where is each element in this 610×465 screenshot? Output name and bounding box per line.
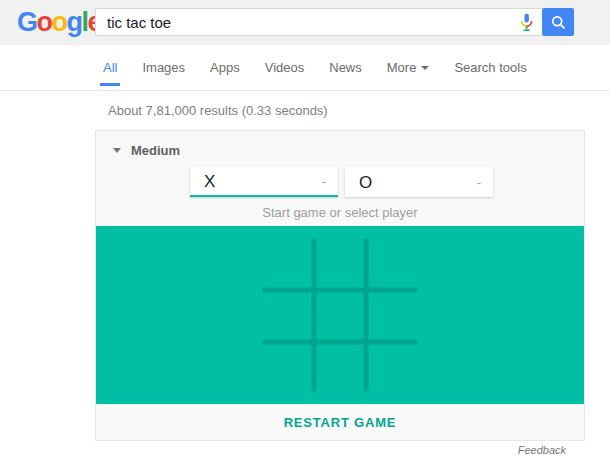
player-o-symbol: O <box>359 174 372 191</box>
board-cell-4[interactable] <box>263 290 315 341</box>
search-header: Google <box>0 0 610 45</box>
active-tab-underline <box>100 83 120 86</box>
feedback-link[interactable]: Feedback <box>95 444 585 456</box>
restart-bar: RESTART GAME <box>96 404 584 440</box>
restart-game-button[interactable]: RESTART GAME <box>284 415 397 430</box>
logo-letter: g <box>67 6 82 38</box>
board-cell-5[interactable] <box>314 290 366 341</box>
board-cell-7[interactable] <box>263 341 315 392</box>
logo-letter: G <box>17 6 37 38</box>
tab-label: Apps <box>210 60 240 75</box>
tab-videos[interactable]: Videos <box>265 45 305 90</box>
board-cells <box>263 239 418 392</box>
board-grid <box>263 239 418 392</box>
difficulty-label: Medium <box>131 143 180 158</box>
player-x-card[interactable]: X - <box>190 167 338 197</box>
logo-letter: o <box>37 6 52 38</box>
board-cell-6[interactable] <box>366 290 418 341</box>
search-button[interactable] <box>542 8 574 36</box>
caret-down-icon <box>113 148 121 153</box>
logo-letter: o <box>52 6 67 38</box>
tab-label: All <box>103 60 117 75</box>
search-bar <box>95 8 542 36</box>
player-o-score: - <box>477 176 481 189</box>
player-x-symbol: X <box>204 173 215 190</box>
game-board <box>96 226 584 404</box>
tab-label: More <box>387 60 417 75</box>
difficulty-dropdown[interactable]: Medium <box>113 142 180 158</box>
tab-images[interactable]: Images <box>142 45 185 90</box>
microphone-icon[interactable] <box>518 13 535 32</box>
player-o-card[interactable]: O - <box>345 167 493 197</box>
player-x-score: - <box>322 175 326 188</box>
tab-label: Images <box>142 60 185 75</box>
tab-news[interactable]: News <box>329 45 362 90</box>
board-cell-9[interactable] <box>366 341 418 392</box>
search-input[interactable] <box>96 9 511 35</box>
chevron-down-icon <box>421 66 429 70</box>
tab-label: News <box>329 60 362 75</box>
magnifier-icon <box>550 14 567 31</box>
result-stats: About 7,81,000 results (0.33 seconds) <box>108 103 328 118</box>
tab-label: Videos <box>265 60 305 75</box>
tab-all[interactable]: All <box>103 45 117 90</box>
tab-label: Search tools <box>454 60 526 75</box>
tic-tac-toe-widget: Medium X - O - Start game or select play… <box>95 130 585 441</box>
board-cell-3[interactable] <box>366 239 418 290</box>
game-status-text: Start game or select player <box>96 205 584 220</box>
tab-more[interactable]: More <box>387 45 430 90</box>
board-cell-2[interactable] <box>314 239 366 290</box>
board-cell-8[interactable] <box>314 341 366 392</box>
tab-apps[interactable]: Apps <box>210 45 240 90</box>
google-logo[interactable]: Google <box>17 6 101 38</box>
board-cell-1[interactable] <box>263 239 315 290</box>
tab-search-tools[interactable]: Search tools <box>454 45 526 90</box>
result-type-tabs: All Images Apps Videos News More Search … <box>0 45 610 91</box>
